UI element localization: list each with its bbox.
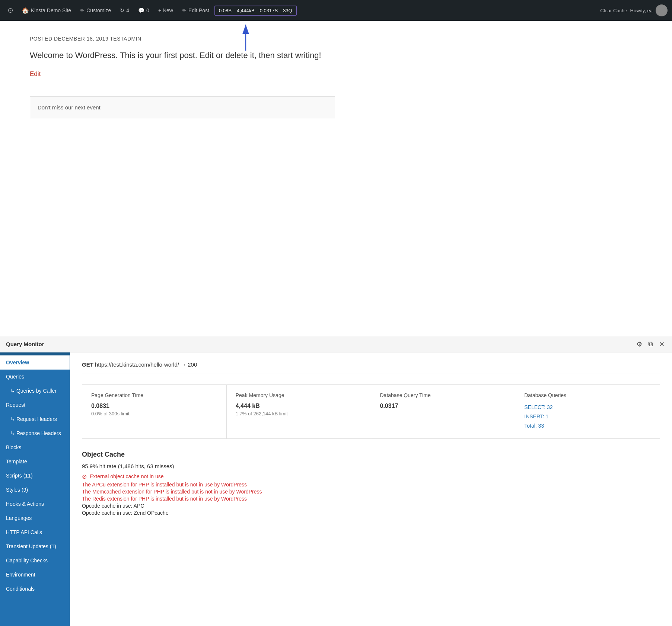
edit-post-link[interactable]: ✏ Edit Post xyxy=(178,0,213,21)
clear-cache-button[interactable]: Clear Cache xyxy=(600,8,627,13)
sidebar-item-blocks[interactable]: Blocks xyxy=(0,440,70,454)
post-meta: POSTED DECEMBER 18, 2019 TESTADMIN xyxy=(30,36,642,42)
error-apcu: The APCu extension for PHP is installed … xyxy=(82,482,660,488)
edit-link[interactable]: Edit xyxy=(30,70,41,78)
request-url: https://test.kinsta.com/hello-world/ xyxy=(95,361,181,368)
comments-link[interactable]: 💬 0 xyxy=(134,0,153,21)
sidebar-item-styles[interactable]: Styles (9) xyxy=(0,483,70,497)
sidebar-item-conditionals[interactable]: Conditionals xyxy=(0,582,70,596)
stat-db-query-time: Database Query Time 0.0317 xyxy=(371,385,516,438)
sidebar-item-queries-by-caller[interactable]: ↳ Queries by Caller xyxy=(0,384,70,398)
sidebar-scroll-indicator xyxy=(0,352,70,355)
customize-link[interactable]: ✏ Customize xyxy=(76,0,115,21)
new-link[interactable]: + New xyxy=(155,0,177,21)
response-status: 200 xyxy=(188,361,197,368)
admin-bar-right: Clear Cache Howdy, ea xyxy=(600,4,668,16)
stats-grid: Page Generation Time 0.0831 0.0% of 300s… xyxy=(82,384,660,439)
error-redis: The Redis extension for PHP is installed… xyxy=(82,496,660,502)
stat-link-select[interactable]: SELECT: 32 xyxy=(524,403,651,412)
cache-hit-rate: 95.9% hit rate (1,486 hits, 63 misses) xyxy=(82,463,660,469)
post-content: Welcome to WordPress. This is your first… xyxy=(30,49,642,61)
stat-link-total[interactable]: Total: 33 xyxy=(524,421,651,431)
wp-logo[interactable]: W xyxy=(4,4,16,16)
sidebar-item-scripts[interactable]: Scripts (11) xyxy=(0,469,70,483)
sidebar-item-languages[interactable]: Languages xyxy=(0,511,70,525)
sidebar-item-overview[interactable]: Overview xyxy=(0,355,70,370)
sidebar-item-capability-checks[interactable]: Capability Checks xyxy=(0,553,70,568)
sidebar-item-environment[interactable]: Environment xyxy=(0,568,70,582)
stat-sub-memory: 1.7% of 262,144 kB limit xyxy=(236,411,362,416)
qm-content: GET https://test.kinsta.com/hello-world/… xyxy=(70,352,672,626)
qm-sidebar: Overview Queries ↳ Queries by Caller Req… xyxy=(0,352,70,626)
qm-close-button[interactable]: ✕ xyxy=(657,339,666,350)
qm-settings-button[interactable]: ⚙ xyxy=(635,339,644,350)
error-memcached: The Memcached extension for PHP is insta… xyxy=(82,489,660,495)
request-method: GET xyxy=(82,361,95,368)
stat-label-memory: Peak Memory Usage xyxy=(236,392,362,398)
arrow-symbol: → xyxy=(181,361,188,368)
sidebar-item-request[interactable]: Request xyxy=(0,398,70,412)
qm-header: Query Monitor ⚙ ⧉ ✕ xyxy=(0,336,672,352)
stat-label-db-time: Database Query Time xyxy=(380,392,506,398)
qm-title: Query Monitor xyxy=(6,341,44,347)
performance-indicator[interactable]: 0.08S 4,444kB 0.0317S 33Q xyxy=(214,6,297,16)
widget-area: Don't miss our next event xyxy=(30,96,335,118)
stat-peak-memory: Peak Memory Usage 4,444 kB 1.7% of 262,1… xyxy=(227,385,371,438)
stat-value-db-time: 0.0317 xyxy=(380,403,506,409)
stat-page-generation-time: Page Generation Time 0.0831 0.0% of 300s… xyxy=(82,385,227,438)
avatar[interactable] xyxy=(656,4,668,16)
stat-link-insert[interactable]: INSERT: 1 xyxy=(524,412,651,421)
query-monitor-panel: Query Monitor ⚙ ⧉ ✕ Overview Queries ↳ Q… xyxy=(0,336,672,626)
qm-body: Overview Queries ↳ Queries by Caller Req… xyxy=(0,352,672,626)
sidebar-item-hooks-actions[interactable]: Hooks & Actions xyxy=(0,497,70,511)
revisions-link[interactable]: ↻ 4 xyxy=(116,0,133,21)
qm-url-bar: GET https://test.kinsta.com/hello-world/… xyxy=(82,361,660,374)
sidebar-item-transient-updates[interactable]: Transient Updates (1) xyxy=(0,539,70,553)
warning-text: External object cache not in use xyxy=(90,473,163,479)
qm-expand-button[interactable]: ⧉ xyxy=(647,339,655,349)
sidebar-item-queries[interactable]: Queries xyxy=(0,370,70,384)
svg-text:W: W xyxy=(9,9,12,12)
stat-value-memory: 4,444 kB xyxy=(236,403,362,409)
stat-db-queries: Database Queries SELECT: 32 INSERT: 1 To… xyxy=(515,385,660,438)
stat-label-db-queries: Database Queries xyxy=(524,392,651,398)
qm-header-actions: ⚙ ⧉ ✕ xyxy=(635,339,666,350)
sidebar-item-request-headers[interactable]: ↳ Request Headers xyxy=(0,412,70,426)
object-cache-title: Object Cache xyxy=(82,451,660,459)
info-opcode-zend: Opcode cache in use: Zend OPcache xyxy=(82,510,660,516)
sidebar-item-http-api-calls[interactable]: HTTP API Calls xyxy=(0,525,70,539)
site-name[interactable]: 🏠 Kinsta Demo Site xyxy=(18,0,75,21)
warning-line: ⊘ External object cache not in use xyxy=(82,473,660,480)
howdy-text: Howdy, ea xyxy=(630,8,653,13)
sidebar-item-response-headers[interactable]: ↳ Response Headers xyxy=(0,426,70,440)
stat-sub-page-gen: 0.0% of 300s limit xyxy=(91,411,217,416)
admin-bar: W 🏠 Kinsta Demo Site ✏ Customize ↻ 4 💬 0… xyxy=(0,0,672,21)
sidebar-item-template[interactable]: Template xyxy=(0,454,70,469)
stat-label-page-gen: Page Generation Time xyxy=(91,392,217,398)
info-opcode-apc: Opcode cache in use: APC xyxy=(82,503,660,509)
warning-icon: ⊘ xyxy=(82,473,87,480)
stat-value-page-gen: 0.0831 xyxy=(91,403,217,409)
